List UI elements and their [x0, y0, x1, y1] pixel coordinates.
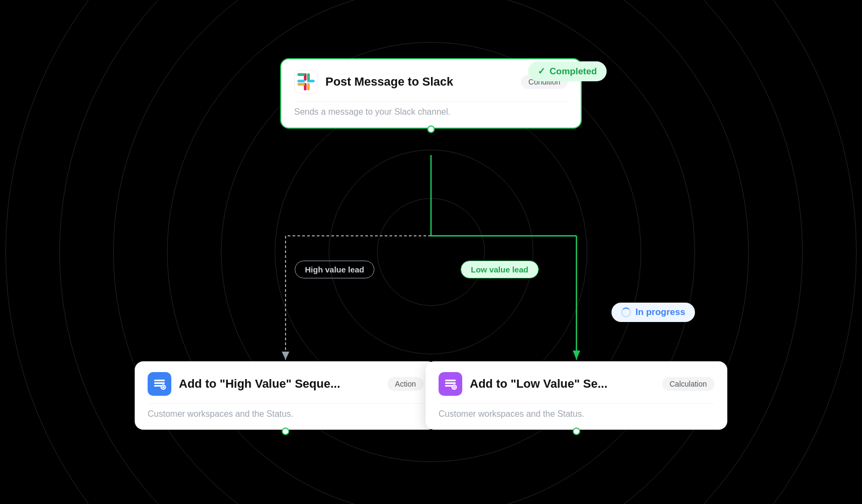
purple-sequence-icon — [439, 372, 462, 396]
svg-rect-24 — [445, 385, 453, 387]
svg-rect-17 — [154, 382, 165, 384]
inprogress-status-badge: In progress — [611, 303, 695, 322]
right-node-badge: Calculation — [662, 377, 714, 391]
low-value-branch-label: Low value lead — [461, 261, 539, 278]
flow-container: Post Message to Slack Condition Sends a … — [135, 42, 727, 462]
inprogress-spinner-icon — [621, 307, 631, 317]
canvas: Post Message to Slack Condition Sends a … — [0, 0, 862, 504]
right-node-description: Customer workspaces and the Status. — [439, 403, 714, 419]
svg-rect-16 — [154, 380, 165, 381]
left-node[interactable]: Add to "High Value" Seque... Action Cust… — [135, 361, 436, 430]
high-value-branch-label: High value lead — [295, 261, 374, 278]
top-node-connector — [427, 125, 435, 133]
slack-icon — [294, 70, 318, 94]
top-node-description: Sends a message to your Slack channel. — [294, 101, 568, 117]
svg-rect-12 — [307, 73, 310, 81]
left-node-header: Add to "High Value" Seque... Action — [148, 372, 423, 396]
left-node-connector — [282, 428, 289, 435]
left-node-title: Add to "High Value" Seque... — [179, 377, 380, 391]
svg-rect-13 — [307, 83, 310, 90]
right-node-title: Add to "Low Value" Se... — [470, 377, 655, 391]
completed-checkmark: ✓ — [538, 66, 545, 77]
right-node-connector — [573, 428, 580, 435]
svg-marker-6 — [573, 351, 580, 360]
svg-rect-23 — [445, 382, 456, 384]
top-node-title: Post Message to Slack — [325, 75, 513, 89]
completed-status-badge: ✓ Completed — [528, 61, 607, 81]
top-node-header: Post Message to Slack Condition — [294, 70, 568, 94]
completed-label: Completed — [550, 66, 597, 77]
left-node-description: Customer workspaces and the Status. — [148, 403, 423, 419]
left-node-badge: Action — [387, 377, 423, 391]
right-node[interactable]: Add to "Low Value" Se... Calculation Cus… — [426, 361, 727, 430]
right-node-header: Add to "Low Value" Se... Calculation — [439, 372, 714, 396]
svg-marker-3 — [282, 352, 289, 360]
svg-rect-18 — [154, 385, 162, 387]
inprogress-label: In progress — [635, 307, 685, 318]
svg-rect-15 — [297, 73, 305, 76]
svg-rect-14 — [297, 83, 305, 86]
blue-sequence-icon — [148, 372, 171, 396]
svg-rect-10 — [297, 80, 305, 82]
svg-rect-22 — [445, 380, 456, 381]
